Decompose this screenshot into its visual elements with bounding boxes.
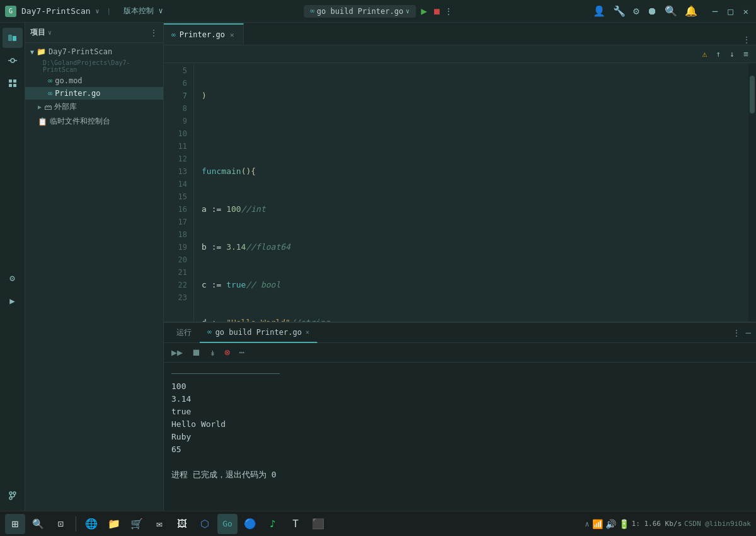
- line-num-12: 12: [164, 153, 187, 165]
- warning-icon: ⚠: [700, 48, 710, 60]
- taskbar: ⊞ 🔍 ⊡ 🌐 📁 🛒 ✉ 🖼 ⬡ Go 🔵 ♪ T ⬛ ∧ 📶 🔊 🔋 1: …: [0, 511, 756, 536]
- tab-printer-go-close[interactable]: ✕: [229, 30, 236, 40]
- stop-terminal-button[interactable]: ⏹: [189, 346, 203, 359]
- taskbar-icon-vscode[interactable]: ⬡: [195, 514, 215, 534]
- network-icon[interactable]: 📶: [592, 519, 603, 529]
- code-editor[interactable]: 5 6 ▶ 7 8 9 10 11 12 💡 13 14: [164, 63, 756, 322]
- battery-icon[interactable]: 🔋: [619, 519, 629, 529]
- taskbar-icon-edge[interactable]: 🌐: [81, 514, 101, 534]
- line-num-18: 18: [164, 228, 187, 241]
- sidebar-icon-settings[interactable]: ⚙: [3, 268, 23, 288]
- project-dropdown-icon[interactable]: ∨: [96, 8, 100, 15]
- tree-item-temp-files[interactable]: 📋 临时文件和控制台: [25, 114, 163, 129]
- tree-item-gomod[interactable]: ∞ go.mod: [25, 74, 163, 87]
- main-container: ⚙ ▶ 项目 ∨ ⋮ ▼ 📁 Day7-PrintScan D:\GolandP…: [0, 23, 756, 511]
- scroll-up-icon[interactable]: ↑: [714, 48, 724, 60]
- tab-settings-icon[interactable]: ⋮: [742, 35, 751, 45]
- external-libs-expand: ▶: [38, 103, 42, 110]
- code-line-9: b := 3.14 //float64: [202, 241, 748, 253]
- taskbar-icon-mail[interactable]: ✉: [149, 514, 169, 534]
- search-icon[interactable]: 🔍: [665, 5, 677, 17]
- project-expand[interactable]: ∨: [48, 29, 52, 36]
- tree-item-root[interactable]: ▼ 📁 Day7-PrintScan: [25, 45, 163, 58]
- file-tree-title: 项目: [30, 27, 45, 38]
- gomod-icon: ∞: [48, 76, 52, 85]
- file-tree-options[interactable]: ⋮: [149, 28, 158, 38]
- svg-rect-1: [13, 36, 16, 41]
- maximize-button[interactable]: □: [725, 5, 735, 18]
- svg-rect-7: [9, 84, 12, 87]
- taskbar-icon-files[interactable]: 📁: [104, 514, 124, 534]
- plugins-icon[interactable]: ⚙: [633, 5, 639, 17]
- taskbar-icon-typora[interactable]: T: [285, 514, 306, 534]
- sidebar-icon-git[interactable]: [3, 486, 23, 506]
- build-tab-close[interactable]: ✕: [306, 329, 309, 335]
- sidebar-icon-run[interactable]: ▶: [3, 291, 23, 311]
- taskbar-icon-taskview[interactable]: ⊡: [50, 514, 71, 534]
- tab-run[interactable]: 运行: [169, 323, 200, 343]
- code-line-6: [202, 127, 748, 140]
- taskbar-icon-start[interactable]: ⊞: [5, 514, 25, 534]
- code-line-10: c := true // bool: [202, 279, 748, 291]
- volume-icon[interactable]: 🔊: [605, 519, 616, 529]
- rerun-button[interactable]: ▶▶: [169, 346, 185, 359]
- sidebar-icon-structure[interactable]: [3, 73, 23, 93]
- editor-toolbar: ⚠ ↑ ↓ ≡: [164, 45, 756, 63]
- line-num-17: 17: [164, 216, 187, 228]
- run-config-name: go build Printer.go: [317, 7, 403, 16]
- code-lines[interactable]: ) func main() { a := 100 //int b := 3.14…: [194, 63, 748, 322]
- notifications-icon[interactable]: 🔔: [685, 5, 697, 17]
- stop-button[interactable]: ⏹: [432, 6, 441, 16]
- root-folder-icon: 📁: [37, 47, 46, 56]
- taskbar-icon-goland[interactable]: Go: [217, 514, 238, 534]
- tab-printer-go-icon: ∞: [171, 31, 176, 39]
- more-options-icon[interactable]: ⋮: [445, 7, 452, 16]
- taskbar-icon-photos[interactable]: 🖼: [172, 514, 192, 534]
- terminal-line-exit: 进程 已完成，退出代码为 0: [171, 469, 748, 481]
- sidebar-icon-project[interactable]: [3, 28, 23, 48]
- run-button[interactable]: ▶: [420, 4, 428, 18]
- csdn-label: CSDN @libin9iOak: [684, 520, 751, 528]
- bottom-options-icon[interactable]: ⋮: [732, 328, 741, 338]
- vcs-control[interactable]: 版本控制 ∨: [118, 4, 168, 18]
- line-num-20: 20: [164, 253, 187, 266]
- terminal-line-true: true: [171, 405, 748, 418]
- taskbar-icon-store[interactable]: 🛒: [127, 514, 147, 534]
- root-project-name: Day7-PrintScan: [49, 47, 112, 56]
- people-icon[interactable]: 👤: [593, 5, 605, 17]
- close-button[interactable]: ✕: [741, 5, 751, 18]
- tab-build[interactable]: ∞ go build Printer.go ✕: [200, 323, 318, 343]
- taskbar-icon-chrome[interactable]: 🔵: [240, 514, 260, 534]
- taskbar-icon-search[interactable]: 🔍: [28, 514, 48, 534]
- tab-run-label: 运行: [176, 327, 192, 338]
- bottom-minimize-icon[interactable]: ─: [746, 328, 751, 338]
- clear-output-button[interactable]: ⊗: [222, 346, 232, 359]
- run-configuration[interactable]: ∞ go build Printer.go ∨: [304, 5, 416, 18]
- taskbar-icon-terminal[interactable]: ⬛: [308, 514, 328, 534]
- title-bar-center: ∞ go build Printer.go ∨ ▶ ⏹ ⋮: [304, 4, 452, 18]
- scroll-down-icon[interactable]: ↓: [727, 48, 737, 60]
- editor-scrollbar[interactable]: [748, 63, 756, 322]
- temp-files-name: 临时文件和控制台: [50, 116, 110, 127]
- scrollbar-thumb[interactable]: [750, 76, 755, 114]
- title-bar-right: 👤 🔧 ⚙ ⏺ 🔍 🔔 ─ □ ✕: [593, 5, 751, 18]
- tree-item-printer-go[interactable]: ∞ Printer.go: [25, 87, 163, 100]
- file-tree-panel: 项目 ∨ ⋮ ▼ 📁 Day7-PrintScan D:\GolandProje…: [25, 23, 164, 511]
- tree-item-external-libs[interactable]: ▶ 🗃 外部库: [25, 100, 163, 114]
- minimize-button[interactable]: ─: [710, 5, 720, 18]
- taskbar-icon-spotify[interactable]: ♪: [263, 514, 283, 534]
- gomod-name: go.mod: [55, 76, 82, 85]
- record-icon[interactable]: ⏺: [647, 5, 657, 17]
- external-libs-icon: 🗃: [44, 103, 52, 112]
- tab-printer-go[interactable]: ∞ Printer.go ✕: [164, 23, 244, 45]
- file-tree-header: 项目 ∨ ⋮: [25, 23, 163, 43]
- tools-icon[interactable]: 🔧: [613, 5, 626, 17]
- more-terminal-options[interactable]: ⋯: [236, 346, 247, 359]
- hamburger-icon[interactable]: ≡: [741, 48, 751, 60]
- scroll-to-end-button[interactable]: ↡: [207, 346, 218, 359]
- code-line-11: d := "Hello World" //string: [202, 317, 748, 322]
- bottom-tab-bar: 运行 ∞ go build Printer.go ✕ ⋮ ─: [164, 323, 756, 343]
- run-config-dropdown[interactable]: ∨: [406, 8, 410, 15]
- sidebar-icon-commit[interactable]: [3, 50, 23, 71]
- project-name[interactable]: Day7-PrintScan: [21, 6, 91, 16]
